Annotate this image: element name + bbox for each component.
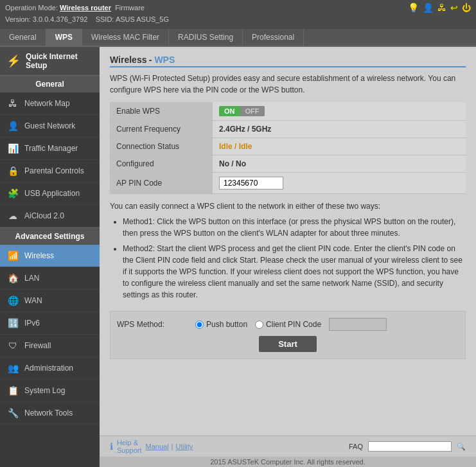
tab-radius[interactable]: RADIUS Setting xyxy=(169,29,243,46)
system-log-icon: 📋 xyxy=(6,384,19,397)
enable-wps-toggle[interactable]: ON OFF xyxy=(219,106,265,116)
ap-pin-label: AP PIN Code xyxy=(110,173,213,194)
connect-text: You can easily connect a WPS client to t… xyxy=(110,202,466,211)
radio-pin-input[interactable] xyxy=(255,321,263,329)
sidebar-item-system-log[interactable]: 📋 System Log xyxy=(0,380,100,402)
usb-app-label: USB Application xyxy=(24,189,80,198)
sidebar-item-wan[interactable]: 🌐 WAN xyxy=(0,290,100,312)
help-support-icon: ℹ xyxy=(110,441,113,452)
configured-label: Configured xyxy=(110,155,213,173)
icon-usb[interactable]: 🖧 xyxy=(437,3,446,13)
wan-icon: 🌐 xyxy=(6,294,19,307)
copyright: 2015 ASUSTeK Computer Inc. All rights re… xyxy=(100,457,476,467)
method1-item: Method1: Click the WPS button on this in… xyxy=(123,216,466,239)
sidebar-item-aicloud[interactable]: ☁ AiCloud 2.0 xyxy=(0,205,100,227)
sidebar-item-wireless[interactable]: 📶 Wireless xyxy=(0,245,100,267)
aicloud-label: AiCloud 2.0 xyxy=(24,211,64,220)
methods-list: Method1: Click the WPS button on this in… xyxy=(123,216,466,301)
enable-wps-value[interactable]: ON OFF xyxy=(213,102,466,121)
table-row: Connection Status Idle / Idle xyxy=(110,138,466,155)
aicloud-icon: ☁ xyxy=(6,209,19,222)
wan-label: WAN xyxy=(24,296,42,305)
operation-mode-label: Operation Mode: xyxy=(5,4,58,12)
enable-wps-label: Enable WPS xyxy=(110,102,213,121)
client-pin-input[interactable] xyxy=(329,318,387,331)
ssid-value: ASUS ASUS_5G xyxy=(116,15,169,23)
top-bar-info: Operation Mode: Wireless router Firmware… xyxy=(5,3,169,25)
connection-status-label: Connection Status xyxy=(110,138,213,155)
sidebar-item-lan[interactable]: 🏠 LAN xyxy=(0,267,100,290)
network-tools-label: Network Tools xyxy=(24,409,73,418)
content-area: Wireless - WPS WPS (Wi-Fi Protected Setu… xyxy=(100,47,476,467)
quick-setup-label: Quick InternetSetup xyxy=(26,52,78,70)
sidebar-item-firewall[interactable]: 🛡 Firewall xyxy=(0,335,100,357)
guest-network-icon: 👤 xyxy=(6,119,19,132)
content-inner: Wireless - WPS WPS (Wi-Fi Protected Setu… xyxy=(100,47,476,436)
network-tools-icon: 🔧 xyxy=(6,407,19,419)
network-map-icon: 🖧 xyxy=(6,97,19,110)
sidebar-item-guest-network[interactable]: 👤 Guest Network xyxy=(0,115,100,137)
top-bar-icons: 💡 👤 🖧 ↩ ⏻ xyxy=(408,3,471,13)
start-button[interactable]: Start xyxy=(259,336,317,352)
traffic-manager-label: Traffic Manager xyxy=(24,144,78,153)
wps-info-table: Enable WPS ON OFF Current Frequency 2.4G… xyxy=(110,102,466,194)
guest-network-label: Guest Network xyxy=(24,121,75,130)
method2-item: Method2: Start the client WPS process an… xyxy=(123,243,466,301)
icon-power[interactable]: ⏻ xyxy=(462,3,471,13)
toggle-off-part: OFF xyxy=(240,106,265,116)
version-label: Version: xyxy=(5,15,31,23)
ipv6-icon: 🔢 xyxy=(6,317,19,330)
footer: ℹ Help &Support Manual | Utility FAQ 🔍 xyxy=(100,436,476,457)
sidebar-item-traffic-manager[interactable]: 📊 Traffic Manager xyxy=(0,137,100,160)
firewall-label: Firewall xyxy=(24,341,51,350)
administration-icon: 👥 xyxy=(6,362,19,374)
connection-status-value: Idle / Idle xyxy=(213,138,466,155)
ap-pin-value[interactable] xyxy=(213,173,466,194)
current-freq-label: Current Frequency xyxy=(110,121,213,138)
ssid-label: SSID: xyxy=(96,15,114,23)
sidebar-item-ipv6[interactable]: 🔢 IPv6 xyxy=(0,312,100,335)
manual-link[interactable]: Manual xyxy=(146,443,169,450)
firewall-icon: 🛡 xyxy=(6,339,19,352)
table-row: AP PIN Code xyxy=(110,173,466,194)
icon-back[interactable]: ↩ xyxy=(450,3,458,13)
radio-push-input[interactable] xyxy=(195,321,204,329)
table-row: Current Frequency 2.4GHz / 5GHz xyxy=(110,121,466,138)
version-value: 3.0.0.4.376_3792 xyxy=(33,15,88,23)
radio-push-button[interactable]: Push button xyxy=(195,320,247,329)
radio-push-label: Push button xyxy=(206,320,247,329)
icon-user[interactable]: 👤 xyxy=(423,3,434,13)
lan-icon: 🏠 xyxy=(6,272,19,285)
icon-wifi[interactable]: 💡 xyxy=(408,3,419,13)
sidebar-item-parental-controls[interactable]: 🔒 Parental Controls xyxy=(0,160,100,182)
sidebar-item-usb-application[interactable]: 🧩 USB Application xyxy=(0,182,100,205)
radio-pin-label: Client PIN Code xyxy=(266,320,321,329)
utility-link[interactable]: Utility xyxy=(175,443,193,450)
sidebar-item-network-map[interactable]: 🖧 Network Map xyxy=(0,93,100,115)
tab-general[interactable]: General xyxy=(0,29,46,46)
tab-professional[interactable]: Professional xyxy=(243,29,304,46)
ap-pin-input[interactable] xyxy=(219,177,283,189)
usb-app-icon: 🧩 xyxy=(6,187,19,200)
footer-links: Manual | Utility xyxy=(146,443,193,450)
sidebar-item-administration[interactable]: 👥 Administration xyxy=(0,357,100,380)
wps-radio-group: Push button Client PIN Code xyxy=(195,318,387,331)
wps-description: WPS (Wi-Fi Protected Setup) provides eas… xyxy=(110,73,466,96)
traffic-manager-icon: 📊 xyxy=(6,142,19,155)
sidebar-item-network-tools[interactable]: 🔧 Network Tools xyxy=(0,402,100,425)
wps-method-label: WPS Method: xyxy=(117,320,188,329)
top-bar: Operation Mode: Wireless router Firmware… xyxy=(0,0,476,29)
main-layout: ⚡ Quick InternetSetup General 🖧 Network … xyxy=(0,47,476,467)
footer-right: FAQ 🔍 xyxy=(349,441,466,452)
table-row: Configured No / No xyxy=(110,155,466,173)
search-icon[interactable]: 🔍 xyxy=(457,443,466,451)
sidebar: ⚡ Quick InternetSetup General 🖧 Network … xyxy=(0,47,100,467)
table-row: Enable WPS ON OFF xyxy=(110,102,466,121)
quick-setup-item[interactable]: ⚡ Quick InternetSetup xyxy=(0,47,100,75)
tab-wireless-mac[interactable]: Wireless MAC Filter xyxy=(82,29,169,46)
lan-label: LAN xyxy=(24,274,39,283)
tab-wps[interactable]: WPS xyxy=(46,29,82,46)
faq-search-input[interactable] xyxy=(368,441,452,452)
configured-value: No / No xyxy=(213,155,466,173)
radio-pin-option[interactable]: Client PIN Code xyxy=(255,320,321,329)
